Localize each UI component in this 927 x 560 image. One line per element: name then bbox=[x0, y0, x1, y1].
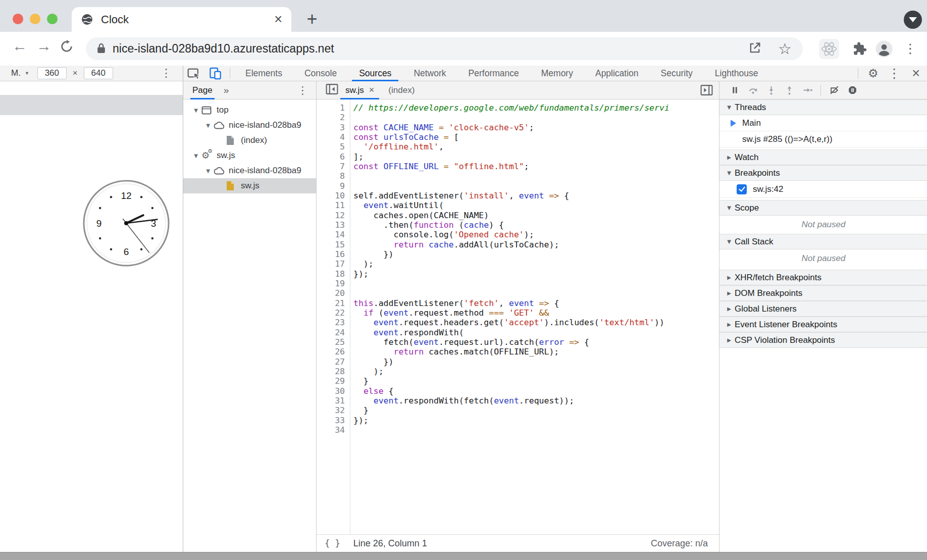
code-line-25[interactable]: 25 fetch(event.request.url).catch(error … bbox=[317, 337, 719, 347]
extensions-puzzle-icon[interactable] bbox=[851, 41, 867, 59]
breakpoint-checkbox[interactable] bbox=[737, 184, 747, 194]
devtools-tab-application[interactable]: Application bbox=[584, 66, 650, 81]
code-line-13[interactable]: 13 .then(function (cache) { bbox=[317, 220, 719, 230]
open-in-new-icon[interactable] bbox=[748, 41, 762, 57]
tree-item-sw-js[interactable]: sw.js bbox=[183, 178, 316, 193]
tree-item-nice-island-028ba9[interactable]: ▼nice-island-028ba9 bbox=[183, 118, 316, 133]
line-number[interactable]: 2 bbox=[317, 113, 350, 122]
show-debugger-sidebar-icon[interactable] bbox=[700, 84, 713, 98]
devtools-tab-memory[interactable]: Memory bbox=[530, 66, 584, 81]
section-scope[interactable]: ▼Scope bbox=[719, 200, 927, 216]
forward-button[interactable]: → bbox=[36, 38, 52, 54]
section-global-listeners[interactable]: ▶Global Listeners bbox=[719, 301, 927, 317]
code-line-6[interactable]: 6]; bbox=[317, 152, 719, 162]
code-line-14[interactable]: 14 console.log('Opened cache'); bbox=[317, 230, 719, 239]
code-line-34[interactable]: 34 bbox=[317, 425, 719, 435]
line-number[interactable]: 29 bbox=[317, 376, 350, 386]
section-csp-violation-breakpoints[interactable]: ▶CSP Violation Breakpoints bbox=[719, 332, 927, 348]
window-zoom-button[interactable] bbox=[47, 14, 58, 24]
tab-close-icon[interactable]: × bbox=[274, 13, 282, 26]
line-number[interactable]: 12 bbox=[317, 211, 350, 220]
code-line-2[interactable]: 2 bbox=[317, 113, 719, 122]
line-number[interactable]: 24 bbox=[317, 328, 350, 337]
device-width-input[interactable] bbox=[37, 67, 67, 79]
step-out-button[interactable] bbox=[780, 83, 798, 98]
line-number[interactable]: 34 bbox=[317, 425, 350, 435]
line-number[interactable]: 13 bbox=[317, 220, 350, 230]
devtools-tab-network[interactable]: Network bbox=[402, 66, 457, 81]
step-into-button[interactable] bbox=[762, 83, 780, 98]
line-number[interactable]: 10 bbox=[317, 191, 350, 200]
line-number[interactable]: 1 bbox=[317, 103, 350, 113]
window-close-button[interactable] bbox=[13, 14, 23, 24]
pause-on-exceptions-button[interactable] bbox=[843, 83, 861, 98]
line-number[interactable]: 8 bbox=[317, 171, 350, 181]
code-line-31[interactable]: 31 event.respondWith(fetch(event.request… bbox=[317, 396, 719, 405]
line-number[interactable]: 30 bbox=[317, 386, 350, 396]
more-tabs-icon[interactable]: » bbox=[224, 85, 229, 96]
back-button[interactable]: ← bbox=[12, 38, 27, 54]
line-number[interactable]: 15 bbox=[317, 240, 350, 249]
devtools-close-icon[interactable]: × bbox=[905, 67, 927, 80]
step-button[interactable] bbox=[798, 83, 816, 98]
devtools-tab-elements[interactable]: Elements bbox=[234, 66, 293, 81]
reload-button[interactable] bbox=[60, 39, 74, 56]
line-number[interactable]: 32 bbox=[317, 405, 350, 415]
code-line-22[interactable]: 22 if (event.request.method === 'GET' && bbox=[317, 308, 719, 318]
code-line-17[interactable]: 17 ); bbox=[317, 259, 719, 269]
address-bar[interactable]: nice-island-028ba9d10.azurestaticapps.ne… bbox=[86, 37, 803, 60]
expander-icon[interactable]: ▼ bbox=[202, 168, 214, 174]
tree-item-top[interactable]: ▼top bbox=[183, 103, 316, 118]
code-line-26[interactable]: 26 return caches.match(OFFLINE_URL); bbox=[317, 347, 719, 357]
code-line-15[interactable]: 15 return cache.addAll(urlsToCache); bbox=[317, 240, 719, 249]
inspect-element-icon[interactable] bbox=[183, 66, 204, 81]
browser-tab[interactable]: Clock × bbox=[72, 7, 291, 32]
pause-button[interactable] bbox=[726, 83, 744, 98]
code-line-11[interactable]: 11 event.waitUntil( bbox=[317, 200, 719, 210]
tab-page[interactable]: Page bbox=[192, 81, 213, 99]
code-line-23[interactable]: 23 event.request.headers.get('accept').i… bbox=[317, 318, 719, 327]
thread-sw-js-285-a-t-e-r[interactable]: sw.js #285 (()=>A(t,e,r)) bbox=[719, 131, 927, 147]
tab-close-icon[interactable]: × bbox=[369, 85, 375, 95]
line-number[interactable]: 5 bbox=[317, 142, 350, 151]
code-line-33[interactable]: 33}); bbox=[317, 416, 719, 425]
line-number[interactable]: 17 bbox=[317, 259, 350, 269]
code-line-7[interactable]: 7const OFFLINE_URL = "offline.html"; bbox=[317, 162, 719, 171]
code-line-8[interactable]: 8 bbox=[317, 171, 719, 181]
window-minimize-button[interactable] bbox=[30, 14, 40, 24]
section-dom-breakpoints[interactable]: ▶DOM Breakpoints bbox=[719, 285, 927, 301]
section-watch[interactable]: ▶Watch bbox=[719, 149, 927, 165]
editor-tab-swjs[interactable]: sw.js × bbox=[338, 81, 381, 99]
line-number[interactable]: 27 bbox=[317, 357, 350, 367]
code-line-5[interactable]: 5 '/offline.html', bbox=[317, 142, 719, 151]
line-number[interactable]: 22 bbox=[317, 308, 350, 318]
line-number[interactable]: 4 bbox=[317, 132, 350, 142]
expander-icon[interactable]: ▼ bbox=[190, 108, 201, 113]
line-number[interactable]: 11 bbox=[317, 200, 350, 210]
settings-gear-icon[interactable]: ⚙ bbox=[862, 66, 884, 81]
line-number[interactable]: 19 bbox=[317, 279, 350, 288]
code-line-24[interactable]: 24 event.respondWith( bbox=[317, 328, 719, 337]
section-call-stack[interactable]: ▼Call Stack bbox=[719, 234, 927, 249]
hide-navigator-icon[interactable] bbox=[326, 83, 338, 97]
code-line-27[interactable]: 27 }) bbox=[317, 357, 719, 367]
devtools-tab-lighthouse[interactable]: Lighthouse bbox=[704, 66, 769, 81]
editor-tab-index[interactable]: (index) bbox=[381, 81, 422, 99]
line-number[interactable]: 9 bbox=[317, 181, 350, 191]
line-number[interactable]: 18 bbox=[317, 269, 350, 279]
deactivate-breakpoints-button[interactable] bbox=[825, 83, 843, 98]
devtools-tab-console[interactable]: Console bbox=[293, 66, 348, 81]
tree-item-nice-island-028ba9[interactable]: ▼nice-island-028ba9 bbox=[183, 163, 316, 178]
device-preset-select[interactable]: M. bbox=[11, 68, 21, 78]
section-threads[interactable]: ▼Threads bbox=[719, 99, 927, 115]
code-line-32[interactable]: 32 } bbox=[317, 405, 719, 415]
line-number[interactable]: 25 bbox=[317, 337, 350, 347]
code-line-4[interactable]: 4const urlsToCache = [ bbox=[317, 132, 719, 142]
code-line-12[interactable]: 12 caches.open(CACHE_NAME) bbox=[317, 211, 719, 220]
browser-menu-kebab-icon[interactable]: ⋮ bbox=[904, 42, 917, 55]
section-event-listener-breakpoints[interactable]: ▶Event Listener Breakpoints bbox=[719, 317, 927, 332]
new-tab-button[interactable]: + bbox=[301, 8, 323, 30]
devtools-menu-kebab-icon[interactable]: ⋮ bbox=[884, 66, 905, 81]
devtools-tab-performance[interactable]: Performance bbox=[457, 66, 530, 81]
thread-main[interactable]: Main bbox=[719, 115, 927, 131]
